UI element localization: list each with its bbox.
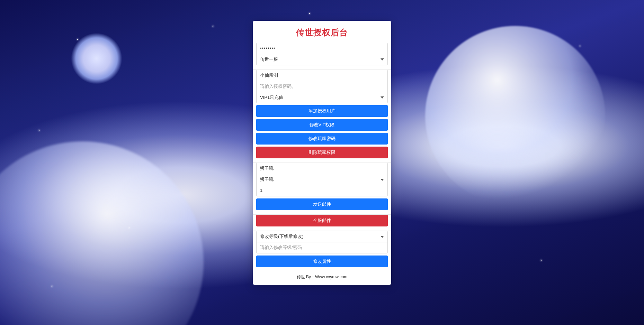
- vip-level-select[interactable]: VIP1只充值: [256, 92, 388, 103]
- section-broadcast: 全服邮件: [253, 215, 391, 231]
- player-name-input[interactable]: [256, 70, 388, 81]
- admin-password-input[interactable]: [256, 43, 388, 54]
- section-login: 传世一服: [253, 43, 391, 69]
- mail-item-select[interactable]: 狮子吼: [256, 174, 388, 185]
- add-auth-user-button[interactable]: 添加授权用户: [256, 105, 388, 117]
- auth-password-input[interactable]: [256, 81, 388, 92]
- modify-password-button[interactable]: 修改玩家密码: [256, 133, 388, 145]
- send-mail-button[interactable]: 发送邮件: [256, 198, 388, 210]
- panel-title: 传世授权后台: [253, 27, 391, 38]
- mail-quantity-input[interactable]: [256, 185, 388, 196]
- section-modify-attr: 修改等级(下线后修改) 修改属性: [253, 231, 391, 271]
- modify-vip-button[interactable]: 修改VIP权限: [256, 119, 388, 131]
- section-auth-user: VIP1只充值 添加授权用户 修改VIP权限 修改玩家密码 删除玩家权限: [253, 70, 391, 163]
- mail-item-input[interactable]: [256, 163, 388, 174]
- server-select[interactable]: 传世一服: [256, 54, 388, 65]
- modify-attr-button[interactable]: 修改属性: [256, 256, 388, 267]
- footer-text: 传世 By：Www.xxymw.com: [253, 271, 391, 280]
- admin-panel: 传世授权后台 传世一服 VIP1只充值 添加授权用户 修改VIP权限 修改玩家密…: [253, 21, 391, 285]
- section-mail: 狮子吼 发送邮件: [253, 163, 391, 214]
- all-server-mail-button[interactable]: 全服邮件: [256, 215, 388, 226]
- modify-value-input[interactable]: [256, 242, 388, 253]
- modify-mode-select[interactable]: 修改等级(下线后修改): [256, 231, 388, 242]
- delete-player-auth-button[interactable]: 删除玩家权限: [256, 147, 388, 158]
